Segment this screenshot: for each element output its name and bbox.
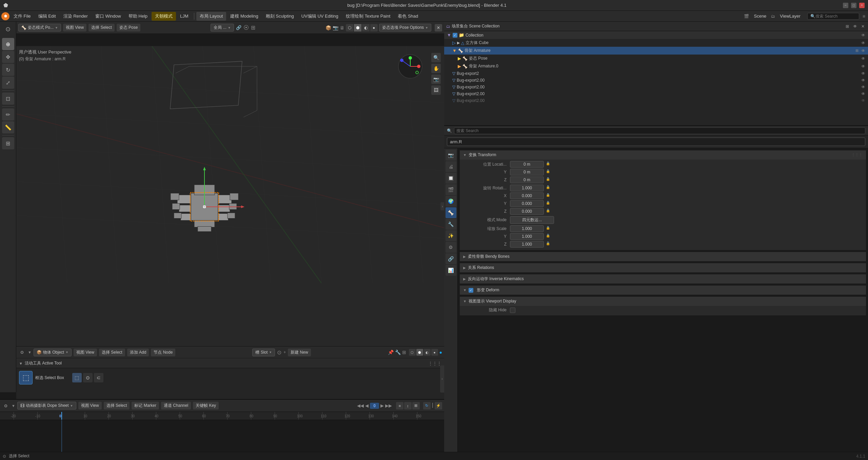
- menu-window[interactable]: 窗口 Window: [92, 12, 124, 21]
- outliner-item-bugexport2[interactable]: ▽ Bug-export2 👁: [444, 70, 868, 77]
- rotation-y-value[interactable]: 0.000: [510, 200, 544, 207]
- relations-header[interactable]: ▶ 关系 Relations: [460, 263, 866, 272]
- rendered-btn[interactable]: ●: [370, 24, 378, 32]
- obj-sphere-blue[interactable]: ●: [439, 350, 442, 355]
- rotation-x-value[interactable]: 0.000: [510, 192, 544, 199]
- obj-select-btn[interactable]: 选择 Select: [99, 349, 125, 356]
- tool-scale[interactable]: ⤢: [2, 77, 14, 89]
- location-z-lock[interactable]: 🔒: [545, 177, 551, 183]
- obj-pin-icon[interactable]: 📌: [388, 350, 394, 355]
- side-toggle-btn[interactable]: ›: [440, 365, 444, 393]
- outliner-item-pose[interactable]: ▶ 🦴 姿态 Pose 👁: [444, 55, 868, 62]
- mode-value[interactable]: 四元数运...: [510, 216, 554, 224]
- obj-shade-4[interactable]: ●: [431, 349, 438, 356]
- props-icon-modifier[interactable]: 🔧: [446, 219, 456, 230]
- slot-dropdown[interactable]: 槽 Slot ▼: [252, 349, 275, 356]
- rotation-w-lock[interactable]: 🔒: [545, 185, 551, 191]
- outliner-item-bugexport200-2[interactable]: ▽ Bug-export2.00 👁: [444, 84, 868, 90]
- editor-type-btn[interactable]: ⊙: [18, 349, 26, 356]
- tl-ctrl-2[interactable]: ◀: [365, 403, 369, 408]
- collection-header-row[interactable]: ▼ ✓ 📁 Collection 👁: [444, 31, 868, 39]
- transform-header[interactable]: ▼ 变换 Transform ⋮⋮⋮: [460, 150, 866, 160]
- display-icon[interactable]: 🖥: [340, 25, 344, 30]
- timeline-select-btn[interactable]: 选择 Select: [104, 402, 130, 410]
- ik-header[interactable]: ▶ 反向运动学 Inverse Kinematics: [460, 274, 866, 284]
- armature-visibility[interactable]: 👁: [861, 48, 865, 53]
- location-x-value[interactable]: 0 m: [510, 161, 544, 168]
- collection-checkbox[interactable]: ✓: [453, 33, 457, 38]
- menu-file[interactable]: 文件 File: [10, 12, 34, 21]
- tool-move[interactable]: ✥: [2, 51, 14, 63]
- tool-measure[interactable]: 📏: [2, 121, 14, 133]
- menu-render[interactable]: 渲染 Render: [60, 12, 91, 21]
- bugexport200-2-visibility[interactable]: 👁: [861, 85, 865, 89]
- 3d-viewport[interactable]: 用户透视 User Perspective (0) 骨架 Armature : …: [16, 46, 444, 358]
- tool-annotate[interactable]: ✏: [2, 108, 14, 121]
- magnet-icon[interactable]: ⦿: [243, 25, 249, 31]
- scale-z-value[interactable]: 1.000: [510, 241, 544, 248]
- select-box-tool-btn[interactable]: ⬚: [19, 371, 33, 384]
- object-mode-dropdown[interactable]: 📦 物体 Object ▼: [34, 349, 72, 356]
- props-search-input[interactable]: [454, 127, 865, 134]
- bugexport200-3-visibility[interactable]: 👁: [861, 91, 865, 96]
- tab-layout[interactable]: 布局 Layout: [196, 12, 226, 21]
- tool-transform[interactable]: ⊡: [2, 92, 14, 105]
- rotation-x-lock[interactable]: 🔒: [545, 193, 551, 198]
- scale-y-lock[interactable]: 🔒: [545, 234, 551, 239]
- viewport-view-btn[interactable]: 视图 View: [63, 24, 86, 32]
- tab-uv[interactable]: UV编辑 UV Editing: [298, 12, 342, 21]
- pose-options-dropdown[interactable]: 姿态选项 Pose Options ▼: [379, 24, 431, 32]
- bugexport200-1-visibility[interactable]: 👁: [861, 78, 865, 83]
- outliner-item-bugexport200-1[interactable]: ▽ Bug-export2.00 👁: [444, 77, 868, 84]
- outliner-item-armature0[interactable]: ▶ 🦴 骨架 Armature.0 👁: [444, 62, 868, 70]
- pose-visibility[interactable]: 👁: [861, 56, 865, 61]
- tab-texture[interactable]: 纹理绘制 Texture Paint: [342, 12, 394, 21]
- select-mode-box[interactable]: ⬚: [72, 373, 82, 382]
- tl-extra-btn[interactable]: ⚡: [435, 402, 442, 410]
- menu-tianzhao[interactable]: 天朝模式: [152, 12, 176, 21]
- new-btn[interactable]: 新建 New: [288, 349, 311, 356]
- tl-sync-btn[interactable]: ↻: [423, 402, 431, 410]
- props-icon-view[interactable]: 🔲: [446, 173, 456, 184]
- timeline-marker-btn[interactable]: 标记 Marker: [132, 402, 159, 410]
- active-tool-menu[interactable]: ⋮⋮⋮: [428, 361, 441, 366]
- tab-modeling[interactable]: 建模 Modeling: [227, 12, 261, 21]
- viewport-pose-btn[interactable]: 姿态 Pose: [117, 24, 141, 32]
- obj-tools-icon[interactable]: 🔧: [395, 350, 401, 355]
- rotation-z-value[interactable]: 0.000: [510, 208, 544, 215]
- solid-btn[interactable]: ⬢: [354, 24, 361, 32]
- timeline-editor-btn[interactable]: ⊙: [2, 402, 9, 410]
- tab-sculpting[interactable]: 雕刻 Sculpting: [262, 12, 297, 21]
- obj-shade-3[interactable]: ◐: [424, 349, 431, 356]
- viewport-select-btn[interactable]: 选择 Select: [88, 24, 115, 32]
- outliner-item-armature[interactable]: ▼ 🦴 骨架 Armature ⊞ 👁: [444, 47, 868, 55]
- menubar-search[interactable]: [815, 14, 856, 19]
- plus-icon[interactable]: +: [283, 350, 286, 355]
- render-overlay-btn[interactable]: 🖼: [431, 85, 441, 95]
- timeline-toggle-arrow[interactable]: ▼: [12, 404, 15, 408]
- props-icon-constraints[interactable]: 🔗: [446, 253, 456, 264]
- tl-sort-btn[interactable]: ↕: [404, 402, 412, 410]
- camera-view-btn[interactable]: 📷: [431, 75, 441, 84]
- select-mode-circle[interactable]: ⊙: [83, 373, 93, 382]
- blender-logo[interactable]: ⬟: [1, 12, 9, 20]
- outliner-item-bugexport200-3[interactable]: ▽ Bug-export2.00 👁: [444, 90, 868, 97]
- pose-close-btn[interactable]: ✕: [435, 24, 442, 32]
- scale-x-lock[interactable]: 🔒: [545, 226, 551, 231]
- timeline-content[interactable]: [0, 420, 444, 452]
- location-x-lock[interactable]: 🔒: [545, 162, 551, 167]
- outliner-item-cube[interactable]: ▷ ▶ △ 立方体 Cube 👁: [444, 39, 868, 47]
- toggle-side-panel[interactable]: ›: [440, 202, 444, 210]
- props-icon-physics[interactable]: ⚙: [446, 242, 456, 253]
- cube-visibility[interactable]: 👁: [861, 41, 865, 45]
- outliner-eye-btn[interactable]: 👁: [852, 23, 859, 29]
- props-icon-particles[interactable]: ✨: [446, 230, 456, 241]
- timeline-ruler[interactable]: -20 -10 0 10 20 30 40 50 60 70 80 90 100…: [0, 412, 444, 420]
- camera-icon[interactable]: 📷: [333, 25, 338, 30]
- tool-cursor[interactable]: ⊕: [2, 38, 14, 50]
- outliner-filter-btn[interactable]: ⊞: [844, 23, 850, 29]
- menu-edit[interactable]: 编辑 Edit: [35, 12, 59, 21]
- props-icon-world[interactable]: 🌍: [446, 196, 456, 207]
- looksdev-btn[interactable]: ◐: [362, 24, 370, 32]
- close-button[interactable]: ×: [859, 3, 865, 8]
